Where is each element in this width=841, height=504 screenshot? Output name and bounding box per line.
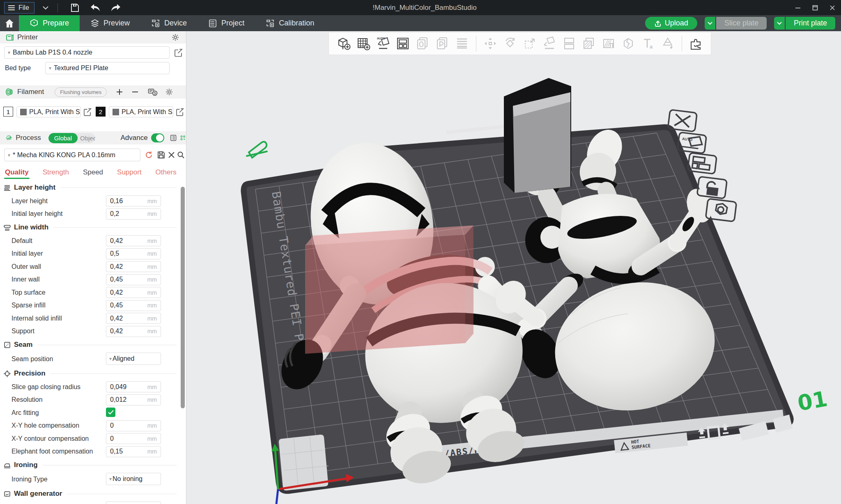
process-preset-value: * Mecha KING KONG PLA 0.16mm	[13, 151, 115, 159]
tab-support[interactable]: Support	[117, 168, 142, 181]
lock-plate-icon[interactable]	[697, 176, 727, 199]
scope-objects[interactable]: Objects	[78, 133, 95, 143]
close-button[interactable]	[824, 0, 841, 15]
filament-sync-icon[interactable]	[148, 87, 158, 96]
rotate-icon[interactable]	[503, 36, 517, 51]
printer-preset-select[interactable]: ▾Bambu Lab P1S 0.4 nozzle	[4, 46, 170, 59]
bed-type-select[interactable]: ▾Textured PEI Plate	[45, 62, 170, 74]
assembly-icon[interactable]	[689, 36, 703, 51]
plate-slot	[446, 124, 512, 134]
support-line-width-input[interactable]: 0,42mm	[106, 326, 161, 337]
clear-preset-icon[interactable]	[168, 151, 175, 158]
print-dropdown-button[interactable]	[774, 17, 785, 30]
tab-others[interactable]: Others	[156, 168, 177, 181]
add-plate-icon[interactable]	[356, 36, 371, 51]
viewport-3d[interactable]: Bambu Textured PEI Plate PLA/ABS/PETG	[186, 31, 841, 504]
cut-icon[interactable]	[621, 36, 636, 51]
tab-prepare[interactable]: Prepare	[19, 15, 80, 31]
default-line-width-input[interactable]: 0,42mm	[106, 235, 161, 246]
xy-hole-compensation-input[interactable]: 0mm	[106, 420, 161, 431]
add-object-icon[interactable]	[336, 36, 351, 51]
ironing-type-select[interactable]: ▾No ironing	[106, 473, 161, 485]
inner-wall-line-width-input[interactable]: 0,45mm	[106, 274, 161, 285]
lay-flat-icon[interactable]	[542, 36, 557, 51]
file-menu-button[interactable]: File	[4, 2, 34, 14]
paint-icon[interactable]	[660, 36, 675, 51]
print-plate-button[interactable]: Print plate	[786, 17, 835, 30]
printer-section-header: Printer	[0, 31, 186, 44]
layer-height-input[interactable]: 0,16mm	[106, 195, 161, 206]
filament-slot-1-index[interactable]: 1	[3, 107, 13, 117]
text-tool-icon[interactable]: a	[641, 36, 655, 51]
slice-dropdown-button[interactable]	[705, 17, 715, 30]
tab-device[interactable]: Device	[140, 15, 198, 31]
reset-preset-icon[interactable]	[145, 151, 153, 159]
filament-2-select[interactable]: PLA, Print With S...	[109, 106, 173, 117]
split-horizontal-icon[interactable]	[562, 36, 577, 51]
printer-settings-gear-icon[interactable]	[171, 33, 179, 41]
split-parts-icon[interactable]	[435, 36, 450, 51]
split-objects-icon[interactable]	[415, 36, 430, 51]
home-button[interactable]	[0, 15, 19, 31]
minimize-button[interactable]	[789, 0, 807, 15]
printer-edit-icon[interactable]	[174, 48, 183, 57]
initial-layer-height-input[interactable]: 0,2mm	[106, 208, 161, 220]
toolbar-divider	[476, 36, 476, 51]
internal-solid-infill-line-width-input[interactable]: 0,42mm	[106, 313, 161, 324]
seam-position-select[interactable]: ▾Aligned	[106, 353, 161, 365]
top-surface-line-width-input[interactable]: 0,42mm	[106, 287, 161, 298]
filament-1-select[interactable]: PLA, Print With S...	[16, 106, 81, 117]
slice-gap-closing-input[interactable]: 0,049mm	[106, 381, 161, 392]
filament-icon	[5, 87, 14, 96]
arrange-plate-icon[interactable]	[688, 153, 717, 174]
flushing-volumes-button[interactable]: Flushing volumes	[55, 87, 107, 97]
scope-global[interactable]: Global	[48, 133, 78, 143]
tab-quality[interactable]: Quality	[5, 168, 29, 181]
redo-button[interactable]	[110, 3, 122, 13]
remove-filament-icon[interactable]	[131, 88, 139, 96]
outer-wall-line-width-input[interactable]: 0,42mm	[106, 261, 161, 272]
auto-orient-icon[interactable]: AUTO	[376, 36, 391, 51]
parameter-list-icon[interactable]	[170, 134, 177, 142]
filament-slot-2-index[interactable]: 2	[96, 107, 106, 117]
filament-2-edit-icon[interactable]	[176, 108, 184, 116]
file-dropdown-button[interactable]	[40, 4, 51, 11]
tab-preview[interactable]: Preview	[80, 15, 140, 31]
slice-plate-button[interactable]: Slice plate	[716, 17, 767, 30]
sparse-infill-line-width-input[interactable]: 0,45mm	[106, 300, 161, 311]
arrange-icon[interactable]	[395, 36, 410, 51]
filament-settings-gear-icon[interactable]	[165, 88, 173, 96]
filament-section-header: Filament Flushing volumes	[0, 85, 186, 99]
resolution-input[interactable]: 0,012mm	[106, 394, 161, 405]
elephant-foot-compensation-input[interactable]: 0,15mm	[106, 446, 161, 457]
initial-layer-line-width-input[interactable]: 0,5mm	[106, 248, 161, 259]
process-scope-toggle[interactable]: Global Objects	[48, 133, 95, 143]
tab-calibration[interactable]: Calibration	[255, 15, 325, 31]
save-button[interactable]	[69, 3, 81, 13]
auto-orient-plate-icon[interactable]: AUTO	[678, 132, 707, 153]
tab-speed[interactable]: Speed	[83, 168, 103, 181]
upload-button[interactable]: Upload	[645, 17, 697, 30]
sidebar-scrollbar[interactable]	[181, 187, 185, 408]
add-filament-icon[interactable]	[116, 88, 123, 96]
variable-layer-height-icon[interactable]	[455, 36, 469, 51]
compare-presets-icon[interactable]	[180, 134, 186, 142]
arc-fitting-checkbox[interactable]	[106, 408, 115, 417]
clone-icon[interactable]	[581, 36, 596, 51]
maximize-button[interactable]	[807, 0, 824, 15]
tab-project[interactable]: Project	[198, 15, 255, 31]
scale-icon[interactable]	[522, 36, 537, 51]
xy-contour-compensation-input[interactable]: 0mm	[106, 433, 161, 444]
filament-1-edit-icon[interactable]	[83, 108, 92, 116]
process-preset-select[interactable]: ▾* Mecha KING KONG PLA 0.16mm	[4, 149, 140, 161]
fill-color-icon[interactable]	[601, 36, 616, 51]
model-box[interactable]	[504, 78, 571, 193]
tab-strength[interactable]: Strength	[43, 168, 69, 181]
save-preset-icon[interactable]	[157, 151, 165, 159]
advance-toggle[interactable]	[151, 133, 164, 142]
undo-button[interactable]	[89, 3, 101, 13]
move-icon[interactable]	[483, 36, 498, 51]
delete-plate-icon[interactable]	[668, 110, 697, 132]
search-preset-icon[interactable]	[177, 151, 185, 159]
wall-generator-select[interactable]: ▾Classic	[106, 502, 161, 504]
